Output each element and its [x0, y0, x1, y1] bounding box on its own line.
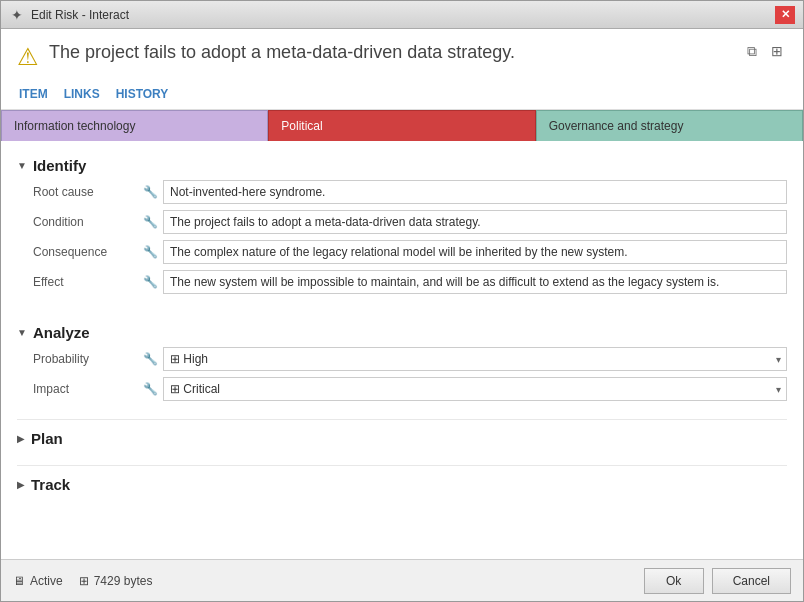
bytes-icon: ⊞ [79, 574, 89, 588]
window-title: Edit Risk - Interact [31, 8, 129, 22]
footer-bytes: ⊞ 7429 bytes [79, 574, 153, 588]
identify-title: Identify [33, 157, 86, 174]
risk-title-row: ⚠ The project fails to adopt a meta-data… [17, 41, 787, 71]
content-area: Information technology Political Governa… [1, 110, 803, 559]
analyze-section: ▼ Analyze Probability 🔧 ⊞ High ⊞ Low ⊞ M… [1, 308, 803, 415]
identify-header[interactable]: ▼ Identify [17, 149, 787, 180]
condition-icon: 🔧 [143, 215, 163, 229]
effect-input[interactable] [163, 270, 787, 294]
footer-left: 🖥 Active ⊞ 7429 bytes [13, 574, 152, 588]
consequence-row: Consequence 🔧 [17, 240, 787, 264]
footer: 🖥 Active ⊞ 7429 bytes Ok Cancel [1, 559, 803, 601]
header-area: ⚠ The project fails to adopt a meta-data… [1, 29, 803, 110]
impact-select-wrap: ⊞ Critical ⊞ High ⊞ Medium ⊞ Low ▾ [163, 377, 787, 401]
analyze-title: Analyze [33, 324, 90, 341]
impact-label: Impact [33, 382, 143, 396]
toolbar-icon1[interactable]: ⧉ [743, 41, 761, 62]
root-cause-input[interactable] [163, 180, 787, 204]
root-cause-icon: 🔧 [143, 185, 163, 199]
condition-label: Condition [33, 215, 143, 229]
plan-section: ▶ Plan [1, 415, 803, 461]
main-window: ✦ Edit Risk - Interact ✕ ⚠ The project f… [0, 0, 804, 602]
analyze-header[interactable]: ▼ Analyze [17, 316, 787, 347]
identify-section: ▼ Identify Root cause 🔧 Condition 🔧 Cons… [1, 141, 803, 308]
impact-select[interactable]: ⊞ Critical ⊞ High ⊞ Medium ⊞ Low [163, 377, 787, 401]
status-monitor-icon: 🖥 [13, 574, 25, 588]
title-bar-left: ✦ Edit Risk - Interact [9, 7, 129, 23]
probability-row: Probability 🔧 ⊞ High ⊞ Low ⊞ Medium ⊞ Ve… [17, 347, 787, 371]
tab-links[interactable]: LINKS [64, 81, 100, 109]
consequence-label: Consequence [33, 245, 143, 259]
plan-header[interactable]: ▶ Plan [17, 419, 787, 457]
footer-status: 🖥 Active [13, 574, 63, 588]
category-tabs: Information technology Political Governa… [1, 110, 803, 141]
status-text: Active [30, 574, 63, 588]
probability-label: Probability [33, 352, 143, 366]
toolbar-icon2[interactable]: ⊞ [767, 41, 787, 62]
consequence-icon: 🔧 [143, 245, 163, 259]
warning-icon: ⚠ [17, 43, 39, 71]
category-tab-it[interactable]: Information technology [1, 110, 268, 141]
root-cause-label: Root cause [33, 185, 143, 199]
track-header[interactable]: ▶ Track [17, 465, 787, 503]
effect-icon: 🔧 [143, 275, 163, 289]
track-section: ▶ Track [1, 461, 803, 507]
plan-title: Plan [31, 430, 63, 447]
toolbar-right: ⧉ ⊞ [743, 41, 787, 62]
category-tab-political[interactable]: Political [268, 110, 535, 141]
probability-select[interactable]: ⊞ High ⊞ Low ⊞ Medium ⊞ Very High [163, 347, 787, 371]
probability-select-wrap: ⊞ High ⊞ Low ⊞ Medium ⊞ Very High ▾ [163, 347, 787, 371]
condition-row: Condition 🔧 [17, 210, 787, 234]
consequence-input[interactable] [163, 240, 787, 264]
title-bar: ✦ Edit Risk - Interact ✕ [1, 1, 803, 29]
footer-buttons: Ok Cancel [644, 568, 791, 594]
cancel-button[interactable]: Cancel [712, 568, 791, 594]
effect-label: Effect [33, 275, 143, 289]
effect-row: Effect 🔧 [17, 270, 787, 294]
tab-item[interactable]: ITEM [19, 81, 48, 109]
risk-title-text: The project fails to adopt a meta-data-d… [49, 41, 515, 64]
bytes-text: 7429 bytes [94, 574, 153, 588]
close-button[interactable]: ✕ [775, 6, 795, 24]
track-title: Track [31, 476, 70, 493]
tab-history[interactable]: HISTORY [116, 81, 169, 109]
identify-arrow: ▼ [17, 160, 27, 171]
probability-icon: 🔧 [143, 352, 163, 366]
track-arrow: ▶ [17, 479, 25, 490]
analyze-arrow: ▼ [17, 327, 27, 338]
root-cause-row: Root cause 🔧 [17, 180, 787, 204]
plan-arrow: ▶ [17, 433, 25, 444]
impact-row: Impact 🔧 ⊞ Critical ⊞ High ⊞ Medium ⊞ Lo… [17, 377, 787, 401]
condition-input[interactable] [163, 210, 787, 234]
app-icon: ✦ [9, 7, 25, 23]
category-tab-governance[interactable]: Governance and strategy [536, 110, 803, 141]
impact-icon: 🔧 [143, 382, 163, 396]
ok-button[interactable]: Ok [644, 568, 704, 594]
nav-tabs: ITEM LINKS HISTORY [17, 81, 787, 109]
